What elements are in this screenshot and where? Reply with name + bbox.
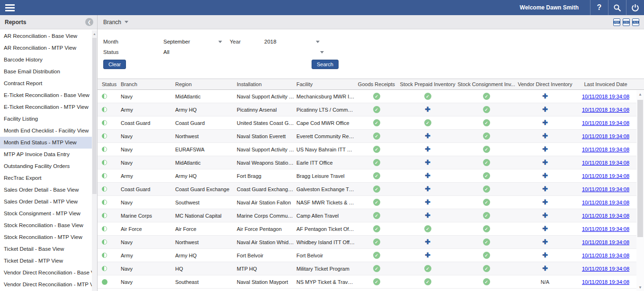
last-invoiced-link[interactable]: 10/11/2018 19:34:08 bbox=[582, 147, 629, 152]
col-header-installation[interactable]: Installation bbox=[235, 81, 295, 87]
stock-prepaid-status-icon[interactable] bbox=[424, 119, 431, 126]
sidebar-report-item[interactable]: Month End Status - MTP View bbox=[0, 137, 97, 149]
last-invoiced-link[interactable]: 10/11/2018 19:34:08 bbox=[582, 133, 629, 139]
table-row[interactable]: Army Army HQ Fort Belvoir Fort Belvoir 1… bbox=[98, 249, 644, 262]
vendor-direct-status-icon[interactable] bbox=[542, 265, 548, 272]
help-button[interactable]: ? bbox=[590, 0, 608, 15]
vendor-direct-status-icon[interactable] bbox=[542, 172, 548, 179]
last-invoiced-link[interactable]: 10/11/2018 19:34:08 bbox=[582, 226, 629, 232]
sidebar-report-item[interactable]: AR Reconciliation - Base View bbox=[0, 30, 97, 42]
table-row[interactable]: Navy Northwest Naval Air Station Whidbe.… bbox=[98, 236, 644, 249]
year-select[interactable]: 2018 bbox=[264, 39, 277, 44]
sidebar-report-item[interactable]: Stock Reconciliation - Base View bbox=[0, 220, 97, 231]
sidebar-report-item[interactable]: MTP AP Invoice Data Entry bbox=[0, 149, 97, 160]
table-row[interactable]: Navy Southeast Naval Station Mayport NS … bbox=[98, 275, 644, 289]
stock-consignment-status-icon[interactable] bbox=[483, 212, 490, 219]
table-scrollbar-thumb[interactable] bbox=[637, 100, 643, 237]
stock-prepaid-status-icon[interactable] bbox=[425, 199, 430, 206]
stock-prepaid-status-icon[interactable] bbox=[425, 252, 430, 259]
stock-consignment-status-icon[interactable] bbox=[483, 93, 490, 100]
vendor-direct-status-icon[interactable] bbox=[542, 199, 548, 206]
sidebar-report-item[interactable]: Contract Report bbox=[0, 78, 97, 89]
goods-receipts-status-icon[interactable] bbox=[373, 159, 380, 166]
sidebar-report-item[interactable]: Vendor Direct Reconciliation - MTP Vie bbox=[0, 279, 97, 291]
stock-consignment-status-icon[interactable] bbox=[483, 252, 490, 259]
sidebar-report-item[interactable]: Sales Order Detail - Base View bbox=[0, 184, 97, 196]
sidebar-report-item[interactable]: Ticket Detail - Base View bbox=[0, 243, 97, 255]
col-header-region[interactable]: Region bbox=[173, 81, 235, 87]
table-row[interactable]: Navy HQ MTP HQ Military Ticket Program 1… bbox=[98, 262, 644, 275]
stock-consignment-status-icon[interactable] bbox=[483, 159, 490, 166]
goods-receipts-status-icon[interactable] bbox=[373, 225, 380, 232]
sidebar-report-item[interactable]: Stock Consignment - MTP View bbox=[0, 208, 97, 220]
stock-consignment-status-icon[interactable] bbox=[483, 238, 490, 246]
col-header-branch[interactable]: Branch bbox=[118, 81, 173, 87]
stock-consignment-status-icon[interactable] bbox=[483, 106, 490, 113]
goods-receipts-status-icon[interactable] bbox=[373, 252, 380, 259]
stock-consignment-status-icon[interactable] bbox=[483, 185, 490, 193]
logout-button[interactable] bbox=[626, 0, 644, 15]
goods-receipts-status-icon[interactable] bbox=[373, 106, 380, 113]
year-chevron-down-icon[interactable] bbox=[316, 41, 320, 43]
last-invoiced-link[interactable]: 10/11/2018 19:34:08 bbox=[582, 107, 629, 113]
col-header-goods-receipts[interactable]: Goods Receipts bbox=[355, 81, 398, 87]
vendor-direct-status-icon[interactable] bbox=[542, 146, 548, 153]
scrollbar-thumb[interactable] bbox=[92, 38, 97, 194]
stock-prepaid-status-icon[interactable] bbox=[425, 212, 430, 219]
stock-prepaid-status-icon[interactable] bbox=[425, 132, 430, 140]
stock-prepaid-status-icon[interactable] bbox=[425, 185, 430, 193]
sidebar-report-item[interactable]: E-Ticket Reconciliation - MTP View bbox=[0, 101, 97, 113]
goods-receipts-status-icon[interactable] bbox=[373, 265, 380, 272]
sidebar-scrollbar[interactable]: ▲ bbox=[92, 30, 97, 291]
hamburger-menu-icon[interactable] bbox=[0, 4, 20, 11]
sidebar-report-item[interactable]: Facility Listing bbox=[0, 113, 97, 125]
last-invoiced-link[interactable]: 10/11/2018 19:34:08 bbox=[582, 173, 629, 179]
stock-consignment-status-icon[interactable] bbox=[483, 146, 490, 153]
stock-consignment-status-icon[interactable] bbox=[483, 199, 490, 206]
table-row[interactable]: Navy Northwest Naval Station Everett Eve… bbox=[98, 130, 644, 143]
view-selector-dropdown[interactable]: Branch bbox=[98, 19, 128, 26]
table-scroll-down-icon[interactable]: ▼ bbox=[636, 285, 644, 290]
col-header-facility[interactable]: Facility bbox=[295, 81, 355, 87]
stock-prepaid-status-icon[interactable] bbox=[424, 265, 431, 272]
stock-prepaid-status-icon[interactable] bbox=[425, 106, 430, 113]
scroll-up-icon[interactable]: ▲ bbox=[92, 30, 97, 35]
sidebar-report-item[interactable]: AR Reconciliation - MTP View bbox=[0, 42, 97, 54]
sidebar-collapse-button[interactable]: ❮ bbox=[85, 18, 93, 26]
col-header-stock-prepaid[interactable]: Stock Prepaid Inventory bbox=[398, 81, 457, 87]
last-invoiced-link[interactable]: 10/11/2018 19:34:08 bbox=[582, 186, 629, 192]
last-invoiced-link[interactable]: 10/11/2018 19:34:08 bbox=[582, 120, 629, 126]
table-row[interactable]: Navy MidAtlantic Naval Weapons Station E… bbox=[98, 156, 644, 169]
goods-receipts-status-icon[interactable] bbox=[373, 146, 380, 153]
last-invoiced-link[interactable]: 10/11/2018 19:34:08 bbox=[582, 160, 629, 166]
last-invoiced-link[interactable]: 10/11/2018 19:34:08 bbox=[582, 239, 629, 245]
vendor-direct-status-icon[interactable] bbox=[542, 225, 548, 232]
sidebar-report-item[interactable]: Barcode History bbox=[0, 54, 97, 66]
vendor-direct-status-icon[interactable] bbox=[542, 119, 548, 126]
stock-prepaid-status-icon[interactable] bbox=[424, 93, 431, 100]
stock-prepaid-status-icon[interactable] bbox=[425, 238, 430, 246]
goods-receipts-status-icon[interactable] bbox=[373, 199, 380, 206]
vendor-direct-status-icon[interactable] bbox=[542, 93, 548, 100]
table-row[interactable]: Army Army HQ Fort Bragg Bragg Leisure Tr… bbox=[98, 169, 644, 183]
col-header-status[interactable]: Status bbox=[98, 81, 118, 87]
sidebar-report-item[interactable]: Month End Checklist - Facility View bbox=[0, 125, 97, 137]
sidebar-report-item[interactable]: Vendor Direct Reconciliation - Base Vi bbox=[0, 267, 97, 279]
table-scrollbar[interactable]: ▲ ▼ bbox=[636, 90, 644, 291]
vendor-direct-status-icon[interactable] bbox=[542, 132, 548, 140]
status-select[interactable]: All bbox=[163, 49, 170, 55]
last-invoiced-link[interactable]: 10/11/2018 19:34:08 bbox=[582, 200, 629, 205]
month-chevron-down-icon[interactable] bbox=[218, 41, 222, 43]
sidebar-report-item[interactable]: E-Ticket Reconciliation - Base View bbox=[0, 89, 97, 101]
search-button[interactable] bbox=[608, 0, 626, 15]
col-header-vendor-direct[interactable]: Vendor Direct Inventory bbox=[515, 81, 575, 87]
table-row[interactable]: Navy EURAFSWA Naval Support Activity B..… bbox=[98, 143, 644, 156]
stock-prepaid-status-icon[interactable] bbox=[425, 159, 430, 166]
sidebar-report-item[interactable]: Base Email Distribution bbox=[0, 66, 97, 78]
stock-consignment-status-icon[interactable] bbox=[483, 278, 490, 285]
table-row[interactable]: Coast Guard Coast Guard Exchange Coast G… bbox=[98, 183, 644, 196]
vendor-direct-status-icon[interactable] bbox=[542, 106, 548, 113]
table-row[interactable]: Navy Southwest Naval Air Station Fallon … bbox=[98, 196, 644, 209]
last-invoiced-link[interactable]: 10/11/2018 19:34:08 bbox=[582, 266, 629, 272]
search-button-filter[interactable]: Search bbox=[312, 60, 339, 69]
